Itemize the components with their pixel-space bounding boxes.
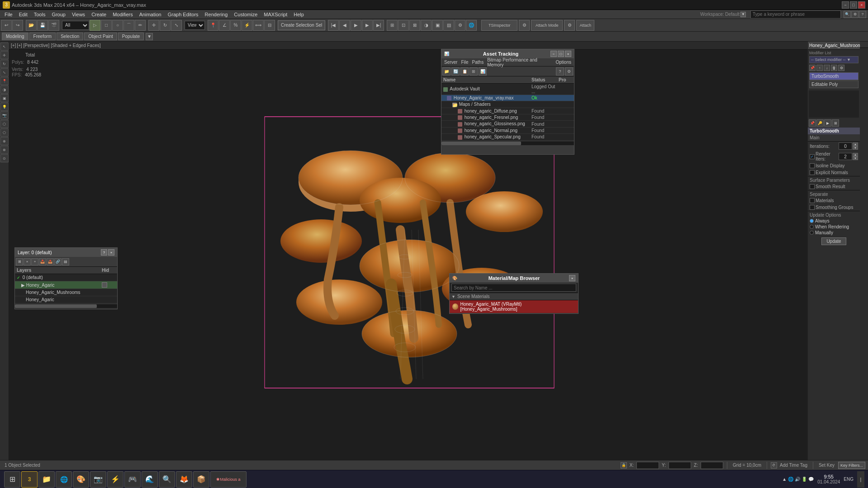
mod-del-btn[interactable]: 🗑 xyxy=(831,65,837,71)
layer-close-btn[interactable]: × xyxy=(108,249,114,256)
left-icon-spacewarps[interactable]: ⊗ xyxy=(0,146,9,154)
left-icon-light[interactable]: 💡 xyxy=(0,103,9,111)
layer-tb-7[interactable]: ▤ xyxy=(62,258,69,265)
left-icon-geometry[interactable]: ⬡ xyxy=(0,120,9,128)
asset-row-diffuse[interactable]: honey_agaric_Diffuse.png Found xyxy=(441,108,574,114)
layer-tb-5[interactable]: 📤 xyxy=(47,258,54,265)
asset-tb-2[interactable]: 🔄 xyxy=(451,67,460,76)
tb-select-paint[interactable]: ✏ xyxy=(135,20,146,31)
asset-tb-3[interactable]: 📋 xyxy=(460,67,469,76)
left-icon-rotate[interactable]: ↻ xyxy=(0,60,9,68)
layer-hid-honey[interactable] xyxy=(102,282,107,288)
layer-tb-1[interactable]: ⊞ xyxy=(16,258,23,265)
taskbar-3dsmax-btn[interactable]: 3 xyxy=(21,471,38,488)
attach-btn[interactable]: Attach xyxy=(576,20,594,31)
asset-tb-5[interactable]: 📊 xyxy=(479,67,487,76)
asset-tb-4[interactable]: ⊞ xyxy=(470,67,478,76)
layer-row-honey2[interactable]: Honey_Agaric xyxy=(15,296,117,303)
menu-animation[interactable]: Animation xyxy=(137,11,164,18)
taskbar-start-btn[interactable]: ⊞ xyxy=(4,471,20,488)
asset-tb-1[interactable]: 📁 xyxy=(442,67,451,76)
tb-render-prod[interactable]: ▤ xyxy=(443,20,454,31)
asset-menu-options[interactable]: Options xyxy=(555,60,572,65)
tb-percent-snap[interactable]: % xyxy=(230,20,241,31)
view-dropdown[interactable]: View xyxy=(185,21,205,30)
tb-scale[interactable]: ⤡ xyxy=(171,20,182,31)
riter-down[interactable]: ▼ xyxy=(853,156,858,160)
mod-nav-key[interactable]: 🔑 xyxy=(816,119,824,127)
menu-edit[interactable]: Edit xyxy=(16,11,30,18)
tb-next-key[interactable]: ▶| xyxy=(373,20,384,31)
sub-toolbar-options[interactable]: ▼ xyxy=(146,33,153,40)
taskbar-app4[interactable]: 🎮 xyxy=(124,471,141,488)
iter-up[interactable]: ▲ xyxy=(853,142,858,146)
menu-views[interactable]: Views xyxy=(69,11,88,18)
left-icon-move[interactable]: ✛ xyxy=(0,51,9,59)
explicit-check[interactable] xyxy=(810,170,815,175)
key-filters-btn[interactable]: Key Filters... xyxy=(838,462,865,469)
tab-object-paint[interactable]: Object Paint xyxy=(84,33,117,40)
tb-next-frame[interactable]: ▶ xyxy=(362,20,373,31)
taskbar-app5[interactable]: 🌊 xyxy=(142,471,158,488)
maximize-button[interactable]: □ xyxy=(850,1,857,9)
menu-create[interactable]: Create xyxy=(89,11,109,18)
left-icon-camera[interactable]: 📷 xyxy=(0,111,9,119)
asset-tb-settings[interactable]: ⚙ xyxy=(565,67,573,76)
mushroom-3d-object[interactable] xyxy=(9,42,809,463)
asset-menu-bitmap[interactable]: Bitmap Performance and Memory xyxy=(486,57,553,67)
z-coord-input[interactable] xyxy=(701,462,723,469)
left-icon-material[interactable]: ◑ xyxy=(0,85,9,94)
tb-rotate[interactable]: ↻ xyxy=(160,20,171,31)
iter-down[interactable]: ▼ xyxy=(853,146,858,150)
layer-tb-4[interactable]: 📥 xyxy=(39,258,46,265)
asset-minimize-btn[interactable]: − xyxy=(550,51,557,57)
tb-viewport-config[interactable]: ⊡ xyxy=(398,20,409,31)
modifier-dropdown[interactable]: -- Select modifier -- ▼ xyxy=(809,56,859,63)
mod-down-btn[interactable]: ↓ xyxy=(824,65,830,71)
tb-select-circle[interactable]: ○ xyxy=(112,20,123,31)
tb-redo[interactable]: ↪ xyxy=(12,20,23,31)
layer-tb-3[interactable]: + xyxy=(31,258,38,265)
asset-tb-help[interactable]: ? xyxy=(556,67,564,76)
tb-shading[interactable]: ◑ xyxy=(421,20,432,31)
tray-volume[interactable]: 🔊 xyxy=(795,477,800,482)
taskbar-malicious[interactable]: ✱Malicious a xyxy=(210,471,247,488)
tb-env-effects[interactable]: 🌐 xyxy=(466,20,477,31)
y-coord-input[interactable] xyxy=(669,462,691,469)
left-icon-snap[interactable]: 📍 xyxy=(0,77,9,85)
close-button[interactable]: × xyxy=(858,1,865,9)
asset-row-maps[interactable]: 📁 Maps / Shaders xyxy=(441,101,574,108)
tb-prev-key[interactable]: |◀ xyxy=(328,20,339,31)
mat-item-honey[interactable]: Honey_Agaric_MAT (VRayMtl) [Honey_Agaric… xyxy=(450,300,578,313)
taskbar-photoshop-btn[interactable]: 🎨 xyxy=(73,471,89,488)
taskbar-explorer-btn[interactable]: 📁 xyxy=(38,471,55,488)
mod-nav-anim[interactable]: ▶ xyxy=(824,119,831,127)
workspace-dropdown[interactable]: ▼ xyxy=(740,12,746,17)
render-iters-check[interactable]: ✓ xyxy=(810,154,815,159)
asset-menu-paths[interactable]: Paths xyxy=(471,60,485,65)
taskbar-app8[interactable]: 📦 xyxy=(193,471,209,488)
taskbar-app7[interactable]: 🦊 xyxy=(176,471,192,488)
menu-file[interactable]: File xyxy=(2,11,15,18)
layer-help-btn[interactable]: ? xyxy=(101,249,107,256)
menu-help[interactable]: Help xyxy=(291,11,307,18)
help-icon[interactable]: ? xyxy=(859,11,866,18)
asset-row-vault[interactable]: Autodesk Vault Logged Out ... xyxy=(441,84,574,95)
manually-radio[interactable] xyxy=(810,231,814,235)
menu-group[interactable]: Group xyxy=(49,11,68,18)
tb-undo[interactable]: ↩ xyxy=(1,20,12,31)
asset-scrollbar-h[interactable] xyxy=(441,142,574,145)
tb-select-lasso[interactable]: ⌒ xyxy=(123,20,134,31)
riter-up[interactable]: ▲ xyxy=(853,153,858,156)
menu-modifiers[interactable]: Modifiers xyxy=(110,11,136,18)
render-iters-input[interactable] xyxy=(839,153,852,160)
taskbar-app6[interactable]: 🔍 xyxy=(159,471,175,488)
ts-icon[interactable]: ⚙ xyxy=(519,20,530,31)
tb-play[interactable]: ▶ xyxy=(351,20,361,31)
asset-row-maxfile[interactable]: Honey_Agaric_max_vray.max Ok xyxy=(441,95,574,101)
tb-snap[interactable]: 📍 xyxy=(208,20,218,31)
layer-tb-6[interactable]: 🔗 xyxy=(54,258,62,265)
tb-render-frame[interactable]: ▣ xyxy=(432,20,443,31)
tray-arrow[interactable]: ▲ xyxy=(782,477,787,482)
layer-row-mushrooms[interactable]: Honey_Agaric_Mushrooms xyxy=(15,289,117,296)
